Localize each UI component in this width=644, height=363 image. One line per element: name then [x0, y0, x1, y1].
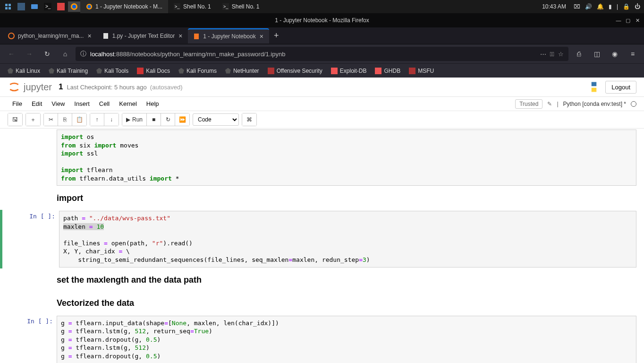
code-cell[interactable]: In [ ]: g = tflearn.input_data(shape=[No… — [0, 315, 644, 363]
menu-icon[interactable]: ≡ — [625, 46, 640, 61]
menu-view[interactable]: View — [47, 98, 69, 109]
bookmark-offensive-security[interactable]: Offensive Security — [264, 66, 326, 76]
copy-button[interactable]: ⎘ — [58, 113, 72, 126]
heading-maxlength: set the maxlength and the data path — [57, 275, 636, 285]
firefox-titlebar: 1 - Jupyter Notebook - Mozilla Firefox —… — [0, 13, 644, 27]
menu-help[interactable]: Help — [142, 98, 164, 109]
cell-type-select[interactable]: Code — [193, 113, 239, 126]
save-button[interactable]: 🖫 — [8, 113, 22, 126]
wallpaper-icon[interactable] — [15, 1, 27, 12]
forward-button[interactable]: → — [22, 46, 37, 61]
restart-run-all-button[interactable]: ⏩ — [175, 113, 189, 126]
svg-text:>_: >_ — [175, 4, 180, 9]
close-icon[interactable]: × — [259, 33, 264, 40]
restart-button[interactable]: ↻ — [161, 113, 175, 126]
paste-button[interactable]: 📋 — [72, 113, 86, 126]
keyboard-icon[interactable]: ⌧ — [574, 3, 580, 10]
command-palette-button[interactable]: ⌘ — [242, 113, 256, 126]
menu-kernel[interactable]: Kernel — [114, 98, 142, 109]
kali-dragon-icon — [96, 68, 102, 74]
menu-edit[interactable]: Edit — [27, 98, 47, 109]
code-input-area[interactable]: g = tflearn.input_data(shape=[None, maxl… — [57, 316, 636, 363]
bookmark-kali-docs[interactable]: Kali Docs — [133, 66, 174, 76]
app-menu-icon[interactable] — [2, 1, 14, 12]
code-cell[interactable]: import os from six import moves import s… — [0, 129, 644, 187]
maximize-button[interactable]: ▢ — [624, 17, 632, 24]
cut-button[interactable]: ✂ — [44, 113, 58, 126]
svg-rect-19 — [375, 68, 381, 74]
svg-text:>_: >_ — [223, 4, 229, 9]
bookmark-nethunter[interactable]: NetHunter — [221, 66, 263, 76]
interrupt-button[interactable]: ■ — [147, 113, 161, 126]
tab-text-editor[interactable]: 1.py - Jupyter Text Editor × — [97, 28, 188, 43]
close-button[interactable]: ✕ — [634, 17, 641, 24]
move-down-button[interactable]: ↓ — [104, 113, 119, 126]
bookmark-kali-training[interactable]: Kali Training — [45, 66, 92, 76]
svg-rect-16 — [137, 68, 144, 74]
move-up-button[interactable]: ↑ — [90, 113, 104, 126]
menu-cell[interactable]: Cell — [94, 98, 114, 109]
logout-button[interactable]: Logout — [605, 81, 636, 94]
tab-label: 1 - Jupyter Notebook — [203, 33, 255, 40]
menu-insert[interactable]: Insert — [69, 98, 94, 109]
url-text: localhost:8888/notebooks/python_learning… — [90, 51, 285, 58]
code-input-area[interactable]: import os from six import moves import s… — [57, 130, 636, 186]
firefox-launcher-icon[interactable] — [68, 1, 80, 12]
account-icon[interactable]: ◉ — [607, 46, 622, 61]
library-icon[interactable]: ⎙ — [571, 46, 586, 61]
url-bar[interactable]: ⓘ localhost:8888/notebooks/python_learni… — [76, 47, 568, 61]
more-icon[interactable]: ⋯ — [540, 51, 546, 58]
kernel-name[interactable]: Python [conda env:test] * — [563, 101, 626, 107]
reader-icon[interactable]: ☰ͮ — [550, 51, 555, 58]
info-icon[interactable]: ⓘ — [80, 50, 86, 58]
taskbar-window-firefox[interactable]: 1 - Jupyter Notebook - M... — [80, 0, 168, 13]
taskbar-window-shell2[interactable]: >_ Shell No. 1 — [217, 0, 265, 13]
battery-icon[interactable]: ▮ — [609, 3, 612, 10]
os-taskbar: >_ 1 - Jupyter Notebook - M... >_ Shell … — [0, 0, 644, 13]
firefox-tab-strip: python_learning/rnn_ma... × 1.py - Jupyt… — [0, 27, 644, 44]
new-tab-button[interactable]: + — [269, 31, 284, 41]
kali-icon[interactable] — [55, 1, 67, 12]
edit-icon[interactable]: ✎ — [547, 101, 552, 107]
lock-icon[interactable]: 🔒 — [623, 3, 630, 10]
code-input-area[interactable]: path = "../data/wvs-pass.txt" maxlen = 1… — [59, 211, 636, 267]
tab-notebook[interactable]: 1 - Jupyter Notebook × — [188, 28, 269, 43]
files-icon[interactable] — [28, 1, 41, 12]
minimize-button[interactable]: — — [615, 17, 622, 24]
menu-file[interactable]: File — [8, 98, 27, 109]
power-icon[interactable]: ⏻ — [635, 3, 640, 10]
reload-button[interactable]: ↻ — [40, 46, 55, 61]
bookmark-kali-linux[interactable]: Kali Linux — [4, 66, 44, 76]
markdown-cell[interactable]: Vectorized the data — [0, 292, 644, 315]
jupyter-logo[interactable]: jupyter — [8, 80, 52, 94]
add-cell-button[interactable]: ＋ — [26, 113, 40, 126]
markdown-cell[interactable]: import — [0, 187, 644, 210]
bookmark-ghdb[interactable]: GHDB — [371, 66, 404, 76]
tab-python-learning[interactable]: python_learning/rnn_ma... × — [3, 28, 97, 43]
run-button[interactable]: ▶ Run — [122, 113, 147, 126]
notebook-name[interactable]: 1 — [59, 82, 63, 92]
terminal-icon[interactable]: >_ — [42, 1, 54, 12]
markdown-cell[interactable]: set the maxlength and the data path — [0, 268, 644, 292]
trusted-badge[interactable]: Trusted — [515, 99, 542, 109]
close-icon[interactable]: × — [178, 32, 183, 40]
home-button[interactable]: ⌂ — [58, 46, 73, 61]
bookmark-exploit-db[interactable]: Exploit-DB — [327, 66, 371, 76]
notifications-icon[interactable]: 🔔 — [597, 3, 604, 10]
jupyter-logo-icon — [8, 80, 21, 94]
bookmark-kali-forums[interactable]: Kali Forums — [175, 66, 220, 76]
volume-icon[interactable]: 🔊 — [585, 3, 592, 10]
bookmark-msfu[interactable]: MSFU — [405, 66, 438, 76]
close-icon[interactable]: × — [86, 32, 92, 40]
bookmark-kali-tools[interactable]: Kali Tools — [93, 66, 132, 76]
jupyter-logo-text: jupyter — [24, 82, 52, 93]
firefox-icon — [86, 3, 93, 10]
msfu-icon — [409, 68, 415, 74]
taskbar-window-shell1[interactable]: >_ Shell No. 1 — [168, 0, 217, 13]
heading-import: import — [57, 193, 636, 203]
sidebar-icon[interactable]: ◫ — [589, 46, 604, 61]
back-button[interactable]: ← — [4, 46, 19, 61]
clock[interactable]: 10:43 AM — [539, 3, 569, 10]
bookmark-star-icon[interactable]: ☆ — [558, 51, 564, 58]
code-cell-selected[interactable]: In [ ]: path = "../data/wvs-pass.txt" ma… — [0, 210, 644, 268]
